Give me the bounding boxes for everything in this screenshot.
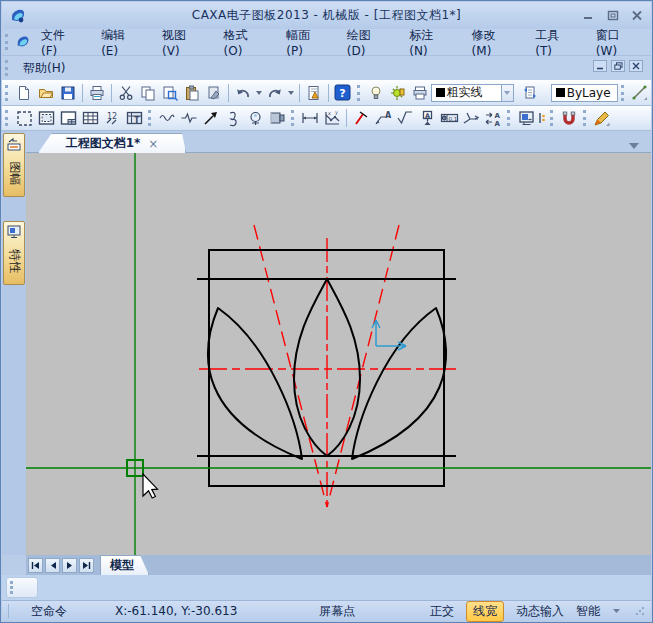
menu-tools[interactable]: 工具(T)	[525, 24, 586, 61]
undo-dropdown[interactable]	[256, 91, 262, 95]
layer-on-button[interactable]	[365, 82, 387, 104]
menu-edit[interactable]: 编辑(E)	[91, 24, 152, 61]
title-block-button[interactable]	[57, 107, 79, 129]
section-symbol-button[interactable]	[244, 107, 266, 129]
model-tab[interactable]: 模型	[100, 555, 149, 575]
snap-grip[interactable]	[550, 110, 554, 126]
menu-dimension[interactable]: 标注(N)	[399, 24, 461, 61]
drawing-canvas[interactable]	[26, 153, 651, 555]
current-layer-combo[interactable]: 粗实线	[431, 84, 502, 102]
snap-settings-button[interactable]	[558, 107, 580, 129]
point-mode[interactable]: 屏幕点	[319, 603, 355, 620]
menu-paper[interactable]: 幅面(P)	[276, 24, 337, 61]
open-file-button[interactable]	[35, 82, 57, 104]
linewidth-toggle[interactable]: 线宽	[466, 601, 504, 622]
minimize-button[interactable]	[581, 8, 597, 22]
style-manager-button[interactable]	[591, 107, 613, 129]
linetype-grip[interactable]	[621, 85, 625, 101]
redo-dropdown[interactable]	[288, 91, 294, 95]
last-sheet-button[interactable]	[79, 558, 94, 573]
print-button[interactable]	[86, 82, 108, 104]
toolbar2-grip[interactable]	[5, 110, 9, 126]
weld-symbol-button[interactable]	[460, 107, 482, 129]
undo-button[interactable]	[232, 82, 254, 104]
dimension-button[interactable]	[299, 107, 321, 129]
command-panel[interactable]	[6, 577, 38, 598]
paper-settings-button[interactable]	[13, 107, 35, 129]
document-tab[interactable]: 工程图文档1* ×	[38, 133, 186, 153]
dynamic-input-toggle[interactable]: 动态输入	[516, 603, 564, 620]
draw-grip[interactable]	[148, 110, 152, 126]
command-panel-grip[interactable]	[10, 581, 14, 594]
mdi-close-button[interactable]	[629, 60, 643, 72]
new-file-button[interactable]	[13, 82, 35, 104]
close-button[interactable]	[629, 8, 645, 22]
layer-toolbar-grip[interactable]	[357, 85, 361, 101]
display-window-button[interactable]	[515, 107, 537, 129]
clipped-button[interactable]	[537, 107, 547, 129]
petal-left[interactable]	[208, 308, 302, 459]
serial-number-button[interactable]: 12	[101, 107, 123, 129]
menu-modify[interactable]: 修改(M)	[462, 24, 526, 61]
menu-format[interactable]: 格式(O)	[214, 24, 277, 61]
ole-properties-button[interactable]	[303, 82, 325, 104]
coordinate-dimension-button[interactable]: xy	[321, 107, 343, 129]
copy-with-basepoint-button[interactable]	[159, 82, 181, 104]
restore-button[interactable]	[605, 8, 621, 22]
layer-print-button[interactable]	[409, 82, 431, 104]
ortho-toggle[interactable]: 正交	[430, 603, 454, 620]
menubar2-grip[interactable]	[5, 60, 9, 76]
current-layer-dropdown[interactable]	[502, 84, 514, 102]
text-replace-button[interactable]: AA	[482, 107, 504, 129]
menu-file[interactable]: 文件(F)	[31, 24, 91, 61]
style-grip[interactable]	[583, 110, 587, 126]
bom-table-button[interactable]: T	[123, 107, 145, 129]
next-sheet-button[interactable]	[62, 558, 77, 573]
geometric-tolerance-button[interactable]: 0.1	[438, 107, 460, 129]
tab-close-icon[interactable]: ×	[148, 137, 158, 151]
menu-draw[interactable]: 绘图(D)	[337, 24, 400, 61]
petal-right[interactable]	[352, 308, 446, 459]
mdi-minimize-button[interactable]	[593, 60, 607, 72]
format-painter-button[interactable]	[203, 82, 225, 104]
prev-sheet-button[interactable]	[45, 558, 60, 573]
first-sheet-button[interactable]	[28, 558, 43, 573]
smart-snap-dropdown-icon[interactable]	[612, 608, 621, 615]
paste-button[interactable]	[181, 82, 203, 104]
roughness-button[interactable]	[394, 107, 416, 129]
menu-help[interactable]: 帮助(H)	[13, 57, 75, 80]
parameter-bar-button[interactable]	[79, 107, 101, 129]
mdi-restore-button[interactable]	[611, 60, 625, 72]
line-type-button[interactable]	[629, 82, 651, 104]
leader-note-button[interactable]: A	[372, 107, 394, 129]
current-color-combo[interactable]: ByLaye	[551, 84, 618, 102]
chamfer-dimension-button[interactable]	[350, 107, 372, 129]
hole-shaft-button[interactable]	[266, 107, 288, 129]
menu-window[interactable]: 窗口(W)	[586, 24, 651, 61]
zigzag-line-button[interactable]	[178, 107, 200, 129]
sidebar-tab-properties[interactable]: 特性	[3, 221, 25, 285]
copy-button[interactable]	[137, 82, 159, 104]
local-enlarge-button[interactable]	[222, 107, 244, 129]
redo-button[interactable]	[264, 82, 286, 104]
view-grip[interactable]	[507, 110, 511, 126]
save-file-button[interactable]	[57, 82, 79, 104]
cut-button[interactable]	[115, 82, 137, 104]
help-button[interactable]: ?	[332, 82, 354, 104]
frame-button[interactable]	[35, 107, 57, 129]
menubar-grip[interactable]	[5, 34, 9, 50]
resize-grip[interactable]	[635, 606, 645, 616]
layer-settings-button[interactable]	[387, 82, 409, 104]
dim-grip[interactable]	[291, 110, 295, 126]
toolbar1-grip[interactable]	[5, 85, 9, 101]
datum-symbol-button[interactable]: A	[416, 107, 438, 129]
command-bar[interactable]	[2, 575, 651, 600]
construction-diagonal-right[interactable]	[327, 225, 399, 507]
smart-snap-mode[interactable]: 智能	[576, 603, 600, 620]
sidebar-tab-paper[interactable]: 图幅	[3, 133, 25, 197]
construction-diagonal-left[interactable]	[254, 225, 327, 507]
menu-view[interactable]: 视图(V)	[152, 24, 214, 61]
layer-manager-button[interactable]	[519, 82, 541, 104]
arrow-button[interactable]	[200, 107, 222, 129]
wave-line-button[interactable]	[156, 107, 178, 129]
